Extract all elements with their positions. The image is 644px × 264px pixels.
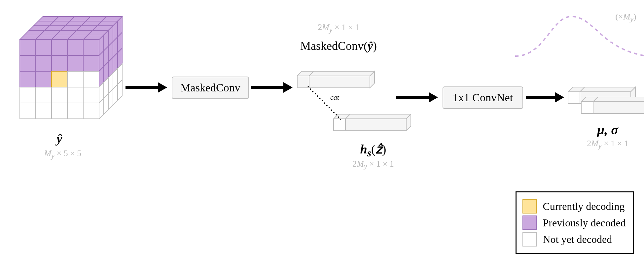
legend-box: Currently decoding Previously decoded No…: [516, 191, 634, 254]
svg-marker-93: [593, 102, 644, 114]
legend-swatch-current: [522, 199, 537, 214]
arrow-2-line: [251, 86, 284, 89]
convnet-box: 1x1 ConvNet: [443, 86, 523, 109]
svg-rect-13: [67, 71, 83, 87]
svg-rect-1: [36, 40, 52, 55]
voxel-grid: [13, 7, 129, 125]
svg-rect-20: [20, 103, 36, 119]
svg-rect-21: [36, 103, 52, 119]
arrow-3-head: [429, 92, 438, 103]
svg-rect-16: [36, 87, 52, 103]
svg-line-85: [308, 86, 341, 119]
arrow-4-head: [555, 92, 564, 103]
maskedconv-y-dims: 2My × 1 × 1: [297, 22, 380, 34]
legend-notyet: Not yet decoded: [522, 232, 626, 247]
svg-rect-10: [20, 71, 36, 87]
arrow-2-head: [283, 82, 293, 93]
arrow-1-head: [158, 82, 167, 93]
svg-rect-14: [83, 71, 99, 87]
svg-rect-5: [20, 55, 36, 71]
arrow-3-line: [396, 96, 429, 99]
svg-rect-18: [67, 87, 83, 103]
svg-rect-22: [52, 103, 67, 119]
svg-rect-11: [36, 71, 52, 87]
mu-sigma-label: μ, σ: [588, 122, 627, 138]
svg-rect-23: [67, 103, 83, 119]
maskedconv-box: MaskedConv: [172, 77, 249, 99]
svg-rect-2: [52, 40, 67, 55]
legend-current: Currently decoding: [522, 199, 626, 214]
svg-rect-3: [67, 40, 83, 55]
y-hat-label: ŷ: [50, 131, 69, 147]
legend-prev: Previously decoded: [522, 215, 626, 230]
times-my-label: (×My): [608, 12, 644, 23]
svg-rect-6: [36, 55, 52, 71]
svg-rect-9: [83, 55, 99, 71]
sigma-rod: [578, 88, 644, 118]
arrow-4-line: [526, 96, 555, 99]
svg-rect-19: [83, 87, 99, 103]
svg-rect-0: [20, 40, 36, 55]
svg-rect-15: [20, 87, 36, 103]
svg-rect-7: [52, 55, 67, 71]
y-hat-dims: My × 5 × 5: [36, 148, 89, 160]
svg-rect-24: [83, 103, 99, 119]
mu-sigma-dims: 2My × 1 × 1: [571, 139, 644, 150]
legend-swatch-notyet: [522, 232, 537, 247]
cat-dots: [304, 82, 370, 129]
svg-marker-77: [309, 71, 375, 76]
svg-rect-8: [67, 55, 83, 71]
hs-z-label: hs(ẑ): [343, 142, 403, 159]
hs-z-dims: 2My × 1 × 1: [334, 159, 413, 171]
cat-label: cat: [330, 93, 339, 102]
svg-rect-4: [83, 40, 99, 55]
svg-rect-17: [52, 87, 67, 103]
svg-marker-92: [593, 97, 644, 102]
legend-swatch-prev: [522, 215, 537, 230]
svg-rect-95: [581, 102, 593, 114]
arrow-1-line: [125, 86, 159, 89]
svg-rect-12: [52, 71, 67, 87]
maskedconv-y-label: MaskedConv(ŷ): [287, 39, 390, 53]
